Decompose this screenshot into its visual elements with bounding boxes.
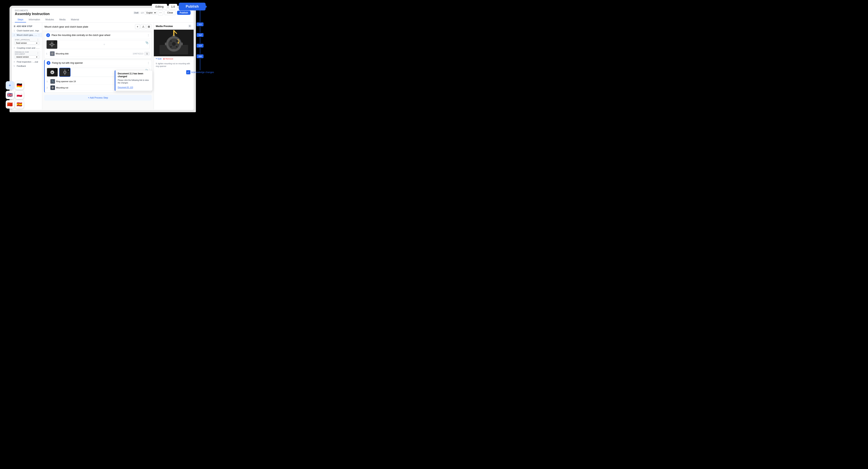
svg-point-7 xyxy=(52,53,53,54)
tab-modules[interactable]: Modules xyxy=(43,17,57,23)
mat-qty-2-1[interactable]: 1 xyxy=(144,52,150,56)
step-2-dots[interactable]: ⋮ xyxy=(38,34,40,36)
tab-media[interactable]: Media xyxy=(57,17,68,23)
tab-steps[interactable]: Steps xyxy=(15,17,26,23)
language-select[interactable]: English xyxy=(145,11,157,14)
tabs: Steps Information Modules Media Material xyxy=(15,17,191,23)
version-badge: 1.0 xyxy=(169,4,177,9)
draft-badge: Draft xyxy=(133,11,140,14)
feedback-version: newest version xyxy=(16,56,29,58)
step-label-1: Clutch basket and...ings xyxy=(17,29,40,32)
ps-num-3: 3 xyxy=(46,61,51,65)
grid-icon-btn[interactable]: ⊞ xyxy=(147,24,151,29)
ps-num-2: 2 xyxy=(46,33,50,37)
process-step-2-header: 2 Place the mounting disk centrally on t… xyxy=(44,32,152,38)
mat-gear-icon xyxy=(51,52,54,55)
chevron-down-icon-2: ▼ xyxy=(36,56,38,58)
feedback-doc-label: Feedback for document xyxy=(15,51,37,55)
flag-uk[interactable]: 🇬🇧 xyxy=(6,91,14,99)
close-button[interactable]: Close xyxy=(164,10,176,15)
ps-2-dots[interactable]: ⋮ xyxy=(147,34,150,37)
mat-img-3-1: 🔧 xyxy=(51,79,55,84)
svg-rect-4 xyxy=(49,44,50,45)
document-title: Assembly Instruction xyxy=(15,12,50,16)
add-language-button[interactable]: + xyxy=(6,81,14,90)
acknowledge-check-icon[interactable]: ✓ xyxy=(186,70,190,74)
add-icon-btn[interactable]: + xyxy=(135,24,140,29)
ps-2-thumb-1[interactable]: ⋮ xyxy=(46,40,58,49)
svg-point-24 xyxy=(176,40,178,42)
feedback-doc-item: Feedback for document ⋮ newest version ▼ xyxy=(13,51,40,59)
version-connector-3 xyxy=(200,48,200,54)
svg-point-23 xyxy=(170,40,172,42)
step-label-2: Mount clutch gea... late xyxy=(17,34,37,36)
sidebar-step-5[interactable]: 5 Feedback xyxy=(12,64,42,68)
add-step-label: ADD NEW STEP xyxy=(17,25,33,27)
svg-rect-3 xyxy=(52,46,52,47)
ps-3-thumb-overlay-1: ⋮ xyxy=(54,68,57,71)
step-approval-select[interactable]: fixed version ▼ xyxy=(15,41,39,45)
warning-icon-btn[interactable]: ⚠ xyxy=(141,24,146,29)
sidebar-step-3[interactable]: 3 Coupling crown and ...ring xyxy=(12,46,42,50)
ps-2-thumb-overlay: ⋮ xyxy=(54,41,57,44)
flag-german[interactable]: 🇩🇪 xyxy=(15,81,24,90)
step-label-3: Coupling crown and ...ring xyxy=(17,47,40,49)
svg-point-18 xyxy=(172,42,176,46)
svg-point-25 xyxy=(170,46,172,48)
editing-button[interactable]: Editing xyxy=(152,4,167,9)
breadcrumb: DOCUMENTS xyxy=(15,9,50,11)
material-row-2-1: 1 Mounting disk 1048742213 1 xyxy=(46,51,150,57)
flag-polish[interactable]: 🇵🇱 xyxy=(15,91,24,99)
mp-title: Media Preview xyxy=(156,25,173,28)
mat-id-2-1: 1048742213 xyxy=(132,53,143,55)
more-options-button[interactable]: ⋯ xyxy=(158,10,163,15)
step-header-actions: + ⚠ ⊞ xyxy=(135,24,151,29)
sidebar-step-1[interactable]: 1 Clutch basket and...ings xyxy=(12,29,42,33)
ps-3-thumb-2[interactable]: ⊞ xyxy=(59,68,70,77)
mat-name-2-1: Mounting disk xyxy=(56,53,131,55)
mat-num-2-1: 1 xyxy=(46,53,49,55)
mat-num-3-1: 1 xyxy=(46,81,49,83)
mat-num-3-2: 2 xyxy=(46,87,49,89)
ps-3-thumb-1[interactable]: ⋮ ▶ xyxy=(46,68,58,77)
header-actions: Draft 1.0 English ⋯ Close Publish xyxy=(133,10,191,15)
step-approval-dots[interactable]: ⋮ xyxy=(37,38,39,41)
version-node-11[interactable]: 1.1 xyxy=(197,23,204,26)
ps-title-3: Fixing by nut with ring spanner xyxy=(52,62,146,64)
sidebar-step-2[interactable]: 2 Mount clutch gea... late ⋮ xyxy=(12,33,42,37)
step-num-4: 4 xyxy=(14,61,16,63)
mp-edit-button[interactable]: ✏ Edit xyxy=(156,57,161,60)
tab-information[interactable]: Information xyxy=(26,17,43,23)
step-num-1: 1 xyxy=(14,30,16,32)
version-node-20[interactable]: 2.0 xyxy=(197,54,204,58)
tab-material[interactable]: Material xyxy=(68,17,82,23)
svg-rect-21 xyxy=(165,42,167,45)
ps-2-body: ⋮ xyxy=(44,38,152,58)
trash-icon: 🗑 xyxy=(163,58,165,60)
step-header-bar: Mount clutch gear and clutch base plate … xyxy=(42,23,154,31)
step-label-5: Feedback xyxy=(17,65,40,67)
nut-icon xyxy=(51,86,54,89)
acknowledge-label: Acknowledge changes xyxy=(191,71,214,73)
sidebar-step-4[interactable]: 4 Final inspection - ...ical xyxy=(12,60,42,64)
svg-point-9 xyxy=(64,71,66,73)
version-line-top xyxy=(200,7,200,22)
acknowledge-row: ✓ Acknowledge changes xyxy=(186,70,214,74)
version-node-13[interactable]: 1.3 xyxy=(197,44,204,48)
flag-chinese[interactable]: 🇨🇳 xyxy=(6,100,14,108)
chevron-down-icon: ▼ xyxy=(36,42,38,44)
feedback-dots[interactable]: ⋮ xyxy=(37,52,39,54)
flag-spanish[interactable]: 🇪🇸 xyxy=(15,100,24,108)
mat-img-3-2 xyxy=(51,85,55,90)
ps-3-dots[interactable]: ⋮ xyxy=(147,61,150,64)
svg-rect-20 xyxy=(173,49,175,51)
mp-remove-button[interactable]: 🗑 Remove xyxy=(163,57,173,60)
add-process-step-button[interactable]: + Add Process Step xyxy=(44,95,152,101)
feedback-doc-select[interactable]: newest version ▼ xyxy=(15,55,39,59)
ps-2-upload-area[interactable]: + xyxy=(59,40,150,49)
version-node-12[interactable]: 1.2 xyxy=(197,33,204,37)
main-content: ☰ ADD NEW STEP 1 Clutch basket and...ing… xyxy=(12,23,194,110)
add-new-step-button[interactable]: ☰ ADD NEW STEP xyxy=(12,24,42,29)
ps-title-2: Place the mounting disk centrally on the… xyxy=(52,34,146,36)
step-label-4: Final inspection - ...ical xyxy=(17,61,40,63)
